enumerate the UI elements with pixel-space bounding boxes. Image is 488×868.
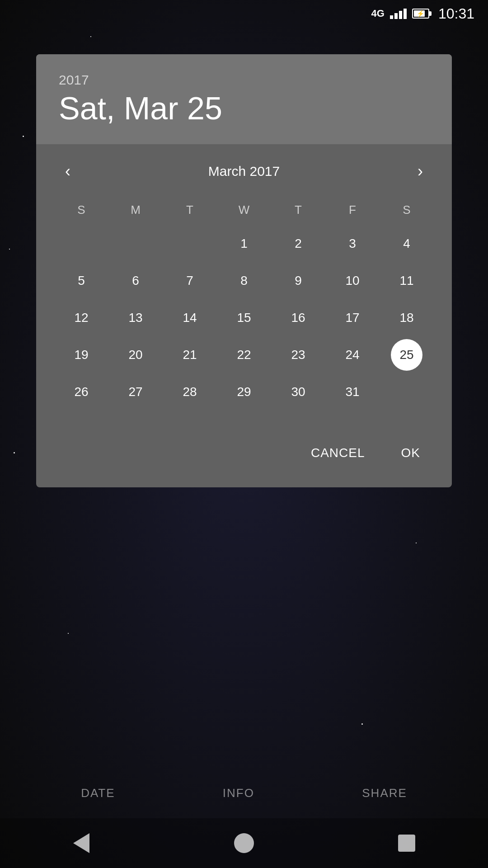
signal-bars <box>390 9 407 19</box>
calendar-day-11[interactable]: 11 <box>391 265 422 297</box>
calendar-day-empty <box>391 376 422 408</box>
day-header-mon: M <box>108 198 163 222</box>
bolt-icon: ⚡ <box>417 10 424 17</box>
calendar-day-30[interactable]: 30 <box>282 376 314 408</box>
day-header-sat: S <box>380 198 434 222</box>
calendar-grid: 1234567891011121314151617181920212223242… <box>54 226 434 410</box>
calendar-day-5[interactable]: 5 <box>66 265 97 297</box>
calendar-day-8[interactable]: 8 <box>228 265 260 297</box>
signal-bar-2 <box>394 13 398 19</box>
calendar-day-26[interactable]: 26 <box>66 376 97 408</box>
prev-month-button[interactable]: ‹ <box>54 158 81 185</box>
calendar-day-23[interactable]: 23 <box>282 339 314 371</box>
calendar-day-18[interactable]: 18 <box>391 302 422 334</box>
star <box>416 542 417 543</box>
calendar-day-27[interactable]: 27 <box>120 376 151 408</box>
recents-icon <box>398 835 415 852</box>
calendar-day-24[interactable]: 24 <box>337 339 368 371</box>
month-navigation: ‹ March 2017 › <box>54 158 434 185</box>
calendar-day-22[interactable]: 22 <box>228 339 260 371</box>
calendar-day-1[interactable]: 1 <box>228 228 260 259</box>
status-bar: 4G ⚡ 10:31 <box>0 0 488 27</box>
date-picker-dialog: 2017 Sat, Mar 25 ‹ March 2017 › S M T W … <box>36 54 452 487</box>
calendar-day-15[interactable]: 15 <box>228 302 260 334</box>
calendar-day-9[interactable]: 9 <box>282 265 314 297</box>
back-button[interactable] <box>68 830 95 857</box>
selected-year: 2017 <box>59 72 429 88</box>
calendar-day-13[interactable]: 13 <box>120 302 151 334</box>
calendar-day-10[interactable]: 10 <box>337 265 368 297</box>
status-icons: 4G ⚡ 10:31 <box>371 5 474 22</box>
day-header-tue: T <box>163 198 217 222</box>
calendar-day-17[interactable]: 17 <box>337 302 368 334</box>
calendar-body: ‹ March 2017 › S M T W T F S 12345678910… <box>36 144 452 428</box>
star <box>361 723 363 725</box>
signal-type: 4G <box>371 8 385 19</box>
dialog-header: 2017 Sat, Mar 25 <box>36 54 452 144</box>
bottom-nav-share[interactable]: SHARE <box>362 786 407 800</box>
star <box>90 36 91 37</box>
calendar-day-empty <box>174 228 206 259</box>
day-header-thu: T <box>271 198 325 222</box>
calendar-day-31[interactable]: 31 <box>337 376 368 408</box>
calendar-day-16[interactable]: 16 <box>282 302 314 334</box>
calendar-day-empty <box>66 228 97 259</box>
home-icon <box>234 833 254 853</box>
calendar-day-20[interactable]: 20 <box>120 339 151 371</box>
month-year-label: March 2017 <box>208 164 280 179</box>
day-header-sun: S <box>54 198 108 222</box>
calendar-day-4[interactable]: 4 <box>391 228 422 259</box>
calendar-day-14[interactable]: 14 <box>174 302 206 334</box>
calendar-day-3[interactable]: 3 <box>337 228 368 259</box>
calendar-day-7[interactable]: 7 <box>174 265 206 297</box>
calendar-day-2[interactable]: 2 <box>282 228 314 259</box>
time-display: 10:31 <box>438 5 474 22</box>
back-icon <box>73 833 89 853</box>
recents-button[interactable] <box>393 830 420 857</box>
day-header-wed: W <box>217 198 271 222</box>
calendar-day-6[interactable]: 6 <box>120 265 151 297</box>
cancel-button[interactable]: CANCEL <box>297 437 379 469</box>
dialog-actions: CANCEL OK <box>36 428 452 487</box>
calendar-day-empty <box>120 228 151 259</box>
day-header-fri: F <box>325 198 380 222</box>
star <box>23 136 24 137</box>
star <box>14 452 15 453</box>
bottom-nav-date[interactable]: DATE <box>81 786 115 800</box>
ok-button[interactable]: OK <box>388 437 434 469</box>
bottom-navigation: DATE INFO SHARE <box>0 773 488 814</box>
selected-date: Sat, Mar 25 <box>59 91 429 126</box>
bottom-nav-info[interactable]: INFO <box>223 786 254 800</box>
signal-bar-4 <box>404 9 407 19</box>
calendar-day-28[interactable]: 28 <box>174 376 206 408</box>
calendar-day-12[interactable]: 12 <box>66 302 97 334</box>
calendar-day-25[interactable]: 25 <box>391 339 422 371</box>
battery-icon: ⚡ <box>412 9 429 19</box>
home-button[interactable] <box>230 830 258 857</box>
day-headers: S M T W T F S <box>54 198 434 222</box>
star <box>9 249 10 250</box>
signal-bar-3 <box>399 11 402 19</box>
signal-bar-1 <box>390 15 393 19</box>
star <box>68 633 69 634</box>
calendar-day-21[interactable]: 21 <box>174 339 206 371</box>
next-month-button[interactable]: › <box>407 158 434 185</box>
calendar-day-19[interactable]: 19 <box>66 339 97 371</box>
system-navigation <box>0 818 488 868</box>
calendar-day-29[interactable]: 29 <box>228 376 260 408</box>
